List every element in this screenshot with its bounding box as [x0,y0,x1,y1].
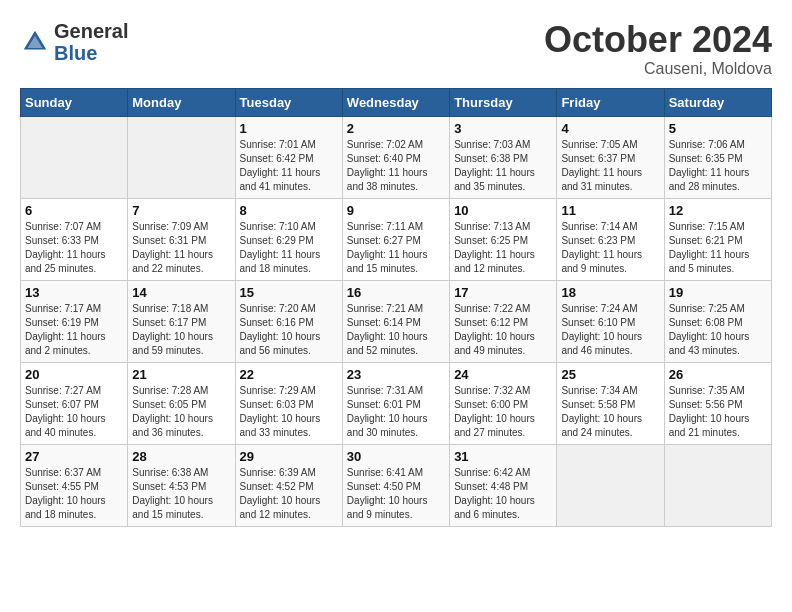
day-number: 14 [132,285,230,300]
day-number: 30 [347,449,445,464]
cell-info: Sunrise: 7:22 AMSunset: 6:12 PMDaylight:… [454,302,552,358]
logo-general: General [54,20,128,42]
calendar-cell: 3Sunrise: 7:03 AMSunset: 6:38 PMDaylight… [450,116,557,198]
cell-info: Sunrise: 7:18 AMSunset: 6:17 PMDaylight:… [132,302,230,358]
cell-info: Sunrise: 6:38 AMSunset: 4:53 PMDaylight:… [132,466,230,522]
logo-text: General Blue [54,20,128,64]
cell-info: Sunrise: 7:15 AMSunset: 6:21 PMDaylight:… [669,220,767,276]
calendar-cell: 15Sunrise: 7:20 AMSunset: 6:16 PMDayligh… [235,280,342,362]
logo-blue: Blue [54,42,128,64]
calendar-cell: 27Sunrise: 6:37 AMSunset: 4:55 PMDayligh… [21,444,128,526]
day-number: 3 [454,121,552,136]
calendar-header: SundayMondayTuesdayWednesdayThursdayFrid… [21,88,772,116]
day-number: 16 [347,285,445,300]
month-title: October 2024 [544,20,772,60]
cell-info: Sunrise: 6:39 AMSunset: 4:52 PMDaylight:… [240,466,338,522]
calendar-cell [128,116,235,198]
calendar-cell: 20Sunrise: 7:27 AMSunset: 6:07 PMDayligh… [21,362,128,444]
calendar-cell: 29Sunrise: 6:39 AMSunset: 4:52 PMDayligh… [235,444,342,526]
cell-info: Sunrise: 7:34 AMSunset: 5:58 PMDaylight:… [561,384,659,440]
day-number: 12 [669,203,767,218]
calendar-cell: 4Sunrise: 7:05 AMSunset: 6:37 PMDaylight… [557,116,664,198]
day-number: 21 [132,367,230,382]
day-number: 25 [561,367,659,382]
calendar-cell: 6Sunrise: 7:07 AMSunset: 6:33 PMDaylight… [21,198,128,280]
day-number: 29 [240,449,338,464]
day-header-monday: Monday [128,88,235,116]
calendar-week-2: 6Sunrise: 7:07 AMSunset: 6:33 PMDaylight… [21,198,772,280]
day-number: 24 [454,367,552,382]
cell-info: Sunrise: 7:01 AMSunset: 6:42 PMDaylight:… [240,138,338,194]
cell-info: Sunrise: 7:03 AMSunset: 6:38 PMDaylight:… [454,138,552,194]
calendar-cell: 21Sunrise: 7:28 AMSunset: 6:05 PMDayligh… [128,362,235,444]
calendar-body: 1Sunrise: 7:01 AMSunset: 6:42 PMDaylight… [21,116,772,526]
cell-info: Sunrise: 7:24 AMSunset: 6:10 PMDaylight:… [561,302,659,358]
day-number: 31 [454,449,552,464]
day-number: 11 [561,203,659,218]
day-number: 13 [25,285,123,300]
cell-info: Sunrise: 7:11 AMSunset: 6:27 PMDaylight:… [347,220,445,276]
day-number: 23 [347,367,445,382]
calendar-cell [21,116,128,198]
cell-info: Sunrise: 7:13 AMSunset: 6:25 PMDaylight:… [454,220,552,276]
day-number: 1 [240,121,338,136]
calendar-cell: 1Sunrise: 7:01 AMSunset: 6:42 PMDaylight… [235,116,342,198]
cell-info: Sunrise: 7:07 AMSunset: 6:33 PMDaylight:… [25,220,123,276]
title-block: October 2024 Causeni, Moldova [544,20,772,78]
day-number: 5 [669,121,767,136]
cell-info: Sunrise: 6:41 AMSunset: 4:50 PMDaylight:… [347,466,445,522]
calendar-cell: 24Sunrise: 7:32 AMSunset: 6:00 PMDayligh… [450,362,557,444]
day-number: 19 [669,285,767,300]
day-number: 6 [25,203,123,218]
calendar-cell: 8Sunrise: 7:10 AMSunset: 6:29 PMDaylight… [235,198,342,280]
calendar-cell: 28Sunrise: 6:38 AMSunset: 4:53 PMDayligh… [128,444,235,526]
calendar-week-5: 27Sunrise: 6:37 AMSunset: 4:55 PMDayligh… [21,444,772,526]
cell-info: Sunrise: 7:28 AMSunset: 6:05 PMDaylight:… [132,384,230,440]
location-subtitle: Causeni, Moldova [544,60,772,78]
cell-info: Sunrise: 7:35 AMSunset: 5:56 PMDaylight:… [669,384,767,440]
day-number: 15 [240,285,338,300]
cell-info: Sunrise: 7:17 AMSunset: 6:19 PMDaylight:… [25,302,123,358]
day-number: 7 [132,203,230,218]
calendar-cell: 11Sunrise: 7:14 AMSunset: 6:23 PMDayligh… [557,198,664,280]
cell-info: Sunrise: 7:29 AMSunset: 6:03 PMDaylight:… [240,384,338,440]
calendar-cell: 19Sunrise: 7:25 AMSunset: 6:08 PMDayligh… [664,280,771,362]
calendar-cell [664,444,771,526]
calendar-cell: 31Sunrise: 6:42 AMSunset: 4:48 PMDayligh… [450,444,557,526]
cell-info: Sunrise: 7:10 AMSunset: 6:29 PMDaylight:… [240,220,338,276]
day-header-friday: Friday [557,88,664,116]
cell-info: Sunrise: 7:14 AMSunset: 6:23 PMDaylight:… [561,220,659,276]
calendar-cell: 17Sunrise: 7:22 AMSunset: 6:12 PMDayligh… [450,280,557,362]
day-number: 22 [240,367,338,382]
day-header-thursday: Thursday [450,88,557,116]
cell-info: Sunrise: 6:42 AMSunset: 4:48 PMDaylight:… [454,466,552,522]
cell-info: Sunrise: 7:06 AMSunset: 6:35 PMDaylight:… [669,138,767,194]
day-number: 8 [240,203,338,218]
calendar-cell: 12Sunrise: 7:15 AMSunset: 6:21 PMDayligh… [664,198,771,280]
calendar-week-1: 1Sunrise: 7:01 AMSunset: 6:42 PMDaylight… [21,116,772,198]
cell-info: Sunrise: 7:20 AMSunset: 6:16 PMDaylight:… [240,302,338,358]
header-row: SundayMondayTuesdayWednesdayThursdayFrid… [21,88,772,116]
calendar-cell: 30Sunrise: 6:41 AMSunset: 4:50 PMDayligh… [342,444,449,526]
calendar-cell: 22Sunrise: 7:29 AMSunset: 6:03 PMDayligh… [235,362,342,444]
cell-info: Sunrise: 7:27 AMSunset: 6:07 PMDaylight:… [25,384,123,440]
page-header: General Blue October 2024 Causeni, Moldo… [20,20,772,78]
cell-info: Sunrise: 7:02 AMSunset: 6:40 PMDaylight:… [347,138,445,194]
calendar-cell: 9Sunrise: 7:11 AMSunset: 6:27 PMDaylight… [342,198,449,280]
calendar-cell: 2Sunrise: 7:02 AMSunset: 6:40 PMDaylight… [342,116,449,198]
cell-info: Sunrise: 7:25 AMSunset: 6:08 PMDaylight:… [669,302,767,358]
day-header-tuesday: Tuesday [235,88,342,116]
calendar-cell: 5Sunrise: 7:06 AMSunset: 6:35 PMDaylight… [664,116,771,198]
calendar-cell: 26Sunrise: 7:35 AMSunset: 5:56 PMDayligh… [664,362,771,444]
calendar-cell: 16Sunrise: 7:21 AMSunset: 6:14 PMDayligh… [342,280,449,362]
logo: General Blue [20,20,128,64]
cell-info: Sunrise: 7:21 AMSunset: 6:14 PMDaylight:… [347,302,445,358]
calendar-cell: 13Sunrise: 7:17 AMSunset: 6:19 PMDayligh… [21,280,128,362]
day-number: 18 [561,285,659,300]
calendar-table: SundayMondayTuesdayWednesdayThursdayFrid… [20,88,772,527]
cell-info: Sunrise: 6:37 AMSunset: 4:55 PMDaylight:… [25,466,123,522]
cell-info: Sunrise: 7:05 AMSunset: 6:37 PMDaylight:… [561,138,659,194]
calendar-week-4: 20Sunrise: 7:27 AMSunset: 6:07 PMDayligh… [21,362,772,444]
calendar-week-3: 13Sunrise: 7:17 AMSunset: 6:19 PMDayligh… [21,280,772,362]
calendar-cell [557,444,664,526]
